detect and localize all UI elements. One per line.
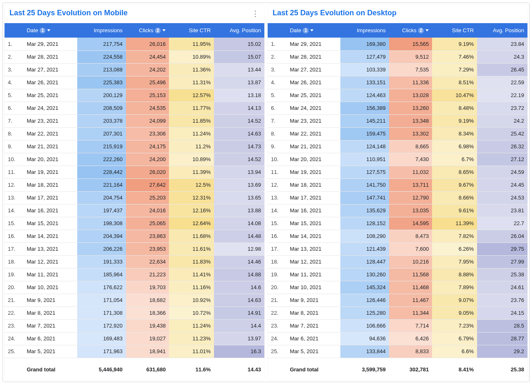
table-row[interactable]: 12.Mar 18, 2021141,75013,7119.67%24.45 — [268, 178, 527, 191]
col-ctr-header[interactable]: Site CTR — [169, 23, 214, 38]
table-row[interactable]: 5.Mar 25, 2021200,12925,15312.57%13.18 — [5, 89, 264, 102]
row-ctr: 8.88% — [432, 268, 477, 281]
row-pos: 14.52 — [214, 114, 264, 127]
table-row[interactable]: 22.Mar 8, 2021125,28011,3449.05%24.15 — [268, 306, 527, 319]
row-clicks: 23,953 — [126, 242, 169, 255]
table-row[interactable]: 25.Mar 5, 2021171,96318,94111.01%16.3 — [5, 345, 264, 358]
table-row[interactable]: 1.Mar 29, 2021169,38015,5659.19%23.84 — [268, 38, 527, 50]
table-row[interactable]: 23.Mar 7, 2021106,6667,7147.23%28.5 — [268, 319, 527, 332]
row-index: 10. — [268, 153, 287, 166]
row-clicks: 13,302 — [389, 127, 432, 140]
table-row[interactable]: 20.Mar 10, 2021176,62219,70311.16%14.6 — [5, 281, 264, 294]
table-row[interactable]: 9.Mar 21, 2021124,1488,6656.98%26.32 — [268, 140, 527, 153]
table-row[interactable]: 21.Mar 9, 2021171,05418,68210.92%14.63 — [5, 294, 264, 306]
more-options-button[interactable]: ⋮ — [250, 9, 260, 19]
row-clicks: 27,642 — [126, 178, 169, 191]
row-date: Mar 5, 2021 — [287, 345, 341, 358]
col-index-header[interactable] — [5, 23, 24, 38]
row-impr: 222,260 — [77, 153, 126, 166]
row-impr: 125,280 — [340, 306, 389, 319]
row-date: Mar 15, 2021 — [287, 217, 341, 230]
table-row[interactable]: 19.Mar 11, 2021185,96421,22311.41%14.88 — [5, 268, 264, 281]
row-clicks: 18,366 — [126, 306, 169, 319]
col-impressions-header[interactable]: Impressions — [340, 23, 389, 38]
table-row[interactable]: 24.Mar 6, 202194,6366,4266.79%28.77 — [268, 332, 527, 345]
row-ctr: 12.5% — [169, 178, 214, 191]
table-row[interactable]: 7.Mar 23, 2021203,37824,09911.85%14.52 — [5, 114, 264, 127]
row-ctr: 11.41% — [169, 268, 214, 281]
table-row[interactable]: 2.Mar 28, 2021127,4799,5127.46%24.3 — [268, 50, 527, 63]
kebab-icon: ⋮ — [252, 13, 259, 14]
row-date: Mar 25, 2021 — [287, 89, 341, 102]
row-ctr: 11.68% — [169, 230, 214, 242]
col-position-header[interactable]: Avg. Position — [214, 23, 264, 38]
table-row[interactable]: 25.Mar 5, 2021133,8448,8336.6%29.2 — [268, 345, 527, 358]
row-date: Mar 7, 2021 — [24, 319, 78, 332]
table-row[interactable]: 4.Mar 26, 2021133,15111,3368.51%22.59 — [268, 76, 527, 89]
row-pos: 27.99 — [477, 255, 527, 268]
row-index: 19. — [5, 268, 24, 281]
table-row[interactable]: 15.Mar 15, 2021128,15214,59511.39%22.7 — [268, 217, 527, 230]
table-row[interactable]: 4.Mar 26, 2021225,38325,49611.31%13.87 — [5, 76, 264, 89]
table-row[interactable]: 14.Mar 16, 2021197,43724,01612.16%13.88 — [5, 204, 264, 217]
table-row[interactable]: 19.Mar 11, 2021130,26011,5688.88%25.38 — [268, 268, 527, 281]
table-row[interactable]: 20.Mar 10, 2021145,32411,4687.89%24.61 — [268, 281, 527, 294]
sort-desc-icon — [425, 29, 429, 31]
col-ctr-header[interactable]: Site CTR — [432, 23, 477, 38]
col-date-header[interactable]: Date 1 — [24, 23, 78, 38]
col-clicks-header[interactable]: Clicks 2 — [389, 23, 432, 38]
table-row[interactable]: 8.Mar 22, 2021207,30123,30611.24%14.63 — [5, 127, 264, 140]
row-index: 23. — [268, 319, 287, 332]
table-row[interactable]: 3.Mar 27, 2021103,3397,5357.29%26.45 — [268, 63, 527, 76]
table-row[interactable]: 16.Mar 14, 2021108,2908,4737.82%26.04 — [268, 230, 527, 242]
col-date-header[interactable]: Date 1 — [287, 23, 341, 38]
table-row[interactable]: 18.Mar 12, 2021128,44710,2167.95%27.99 — [268, 255, 527, 268]
table-row[interactable]: 5.Mar 25, 2021124,46313,02810.47%22.19 — [268, 89, 527, 102]
table-row[interactable]: 18.Mar 12, 2021191,33322,63411.83%14.46 — [5, 255, 264, 268]
table-row[interactable]: 14.Mar 16, 2021135,62913,0359.61%23.81 — [268, 204, 527, 217]
table-row[interactable]: 23.Mar 7, 2021172,92019,43811.24%14.4 — [5, 319, 264, 332]
table-row[interactable]: 13.Mar 17, 2021147,74112,7908.66%24.53 — [268, 191, 527, 204]
row-impr: 200,129 — [77, 89, 126, 102]
row-pos: 29.75 — [477, 242, 527, 255]
col-position-header[interactable]: Avg. Position — [477, 23, 527, 38]
sort-desc-icon — [310, 29, 314, 31]
table-row[interactable]: 2.Mar 28, 2021224,55824,45410.89%15.07 — [5, 50, 264, 63]
row-ctr: 9.67% — [432, 178, 477, 191]
row-pos: 16.3 — [214, 345, 264, 358]
table-row[interactable]: 3.Mar 27, 2021213,08824,20211.36%13.44 — [5, 63, 264, 76]
table-row[interactable]: 12.Mar 18, 2021221,16427,64212.5%13.69 — [5, 178, 264, 191]
table-row[interactable]: 17.Mar 13, 2021206,22623,95311.61%12.98 — [5, 242, 264, 255]
mobile-table-head: Date 1 Impressions Clicks 2 Site CTR — [5, 23, 264, 38]
table-row[interactable]: 17.Mar 13, 2021121,4397,6006.26%29.75 — [268, 242, 527, 255]
row-date: Mar 19, 2021 — [287, 166, 341, 178]
table-row[interactable]: 9.Mar 21, 2021215,91924,17511.2%14.73 — [5, 140, 264, 153]
table-row[interactable]: 13.Mar 17, 2021204,75425,20312.31%13.65 — [5, 191, 264, 204]
col-impressions-header[interactable]: Impressions — [77, 23, 126, 38]
table-row[interactable]: 6.Mar 24, 2021208,50924,53511.77%14.13 — [5, 102, 264, 114]
row-impr: 203,378 — [77, 114, 126, 127]
table-row[interactable]: 11.Mar 19, 2021127,57511,0328.65%24.59 — [268, 166, 527, 178]
table-row[interactable]: 22.Mar 8, 2021171,30818,36610.72%14.91 — [5, 306, 264, 319]
row-pos: 14.08 — [214, 217, 264, 230]
table-row[interactable]: 7.Mar 23, 2021145,21113,3489.19%24.2 — [268, 114, 527, 127]
row-ctr: 11.61% — [169, 242, 214, 255]
table-row[interactable]: 10.Mar 20, 2021110,9517,4306.7%27.12 — [268, 153, 527, 166]
col-clicks-header[interactable]: Clicks 2 — [126, 23, 169, 38]
desktop-card: Last 25 Days Evolution on Desktop Date 1… — [268, 5, 527, 380]
row-ctr: 6.7% — [432, 153, 477, 166]
row-clicks: 13,035 — [389, 204, 432, 217]
table-row[interactable]: 8.Mar 22, 2021159,47513,3028.34%25.42 — [268, 127, 527, 140]
table-row[interactable]: 11.Mar 19, 2021228,44226,02011.39%13.94 — [5, 166, 264, 178]
table-row[interactable]: 1.Mar 29, 2021217,75426,01611.95%15.02 — [5, 38, 264, 50]
row-clicks: 7,600 — [389, 242, 432, 255]
col-index-header[interactable] — [268, 23, 287, 38]
mobile-table-foot: Grand total 5,446,940 631,680 11.6% 14.4… — [5, 358, 264, 380]
table-row[interactable]: 15.Mar 15, 2021198,30825,06512.64%14.08 — [5, 217, 264, 230]
table-row[interactable]: 16.Mar 14, 2021204,39423,86311.68%14.48 — [5, 230, 264, 242]
table-row[interactable]: 21.Mar 9, 2021126,44611,4679.07%23.76 — [268, 294, 527, 306]
table-row[interactable]: 24.Mar 6, 2021169,48319,02711.23%13.97 — [5, 332, 264, 345]
table-row[interactable]: 6.Mar 24, 2021156,38913,2608.48%23.72 — [268, 102, 527, 114]
row-pos: 26.04 — [477, 230, 527, 242]
table-row[interactable]: 10.Mar 20, 2021222,26024,20010.89%14.52 — [5, 153, 264, 166]
